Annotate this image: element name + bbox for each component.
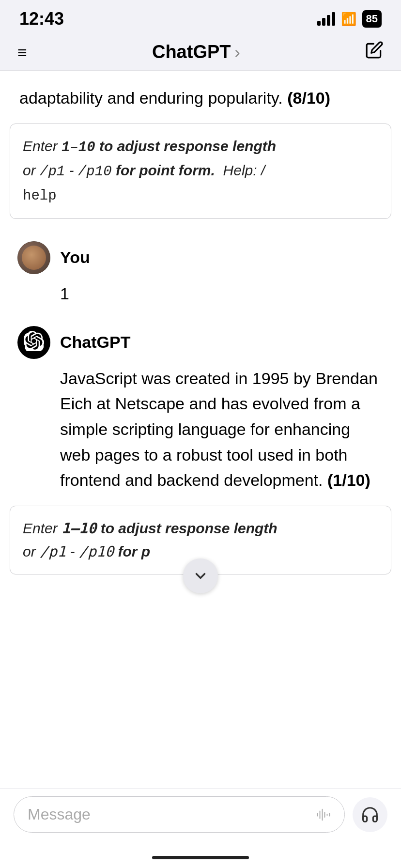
headphone-button[interactable] [353,797,387,832]
prev-message-rating: (8/10) [287,89,330,107]
input-bar: Message [0,788,401,850]
chevron-right-icon: › [235,43,240,62]
chat-area: adaptability and enduring popularity. (8… [0,71,401,788]
system-box-2-text: Enter 1–10 to adjust response length or … [23,520,278,559]
system-box-1-help-code: help [23,188,57,204]
user-message-block: You 1 [0,227,401,311]
message-input-wrapper[interactable]: Message [14,796,345,833]
gpt-message-header: ChatGPT [17,326,384,359]
voice-icon[interactable] [316,807,331,822]
user-message-content: 1 [17,281,384,307]
system-box-1-text: Enter 1–10 to adjust response length or … [23,138,276,178]
user-avatar [17,241,50,274]
user-message-text: 1 [60,284,69,303]
user-sender-label: You [60,248,90,267]
gpt-sender-label: ChatGPT [60,333,130,352]
edit-icon[interactable] [365,41,384,63]
nav-bar: ≡ ChatGPT › [0,34,401,71]
battery-icon: 85 [362,10,382,28]
user-message-header: You [17,241,384,274]
system-box-2: Enter 1–10 to adjust response length or … [10,506,391,574]
system-box-1: Enter 1–10 to adjust response length or … [10,124,391,219]
gpt-message-block: ChatGPT JavaScript was created in 1995 b… [0,311,401,498]
prev-message-content: adaptability and enduring popularity. (8… [0,71,401,116]
status-bar: 12:43 📶 85 [0,0,401,34]
message-input[interactable]: Message [28,806,316,823]
menu-icon[interactable]: ≡ [17,44,27,61]
status-time: 12:43 [19,9,64,29]
wifi-icon: 📶 [341,12,356,27]
gpt-message-content: JavaScript was created in 1995 by Brenda… [17,366,384,493]
status-icons: 📶 85 [317,10,382,28]
scroll-down-button[interactable] [183,558,218,593]
home-indicator [0,850,401,868]
chatgpt-logo-icon [24,331,44,354]
chatgpt-avatar [17,326,50,359]
nav-title[interactable]: ChatGPT › [152,42,240,62]
nav-title-text: ChatGPT [152,42,231,62]
gpt-message-rating: (1/10) [327,471,370,489]
home-bar [152,856,249,859]
signal-icon [317,12,335,26]
prev-message-text: adaptability and enduring popularity. [19,89,287,107]
